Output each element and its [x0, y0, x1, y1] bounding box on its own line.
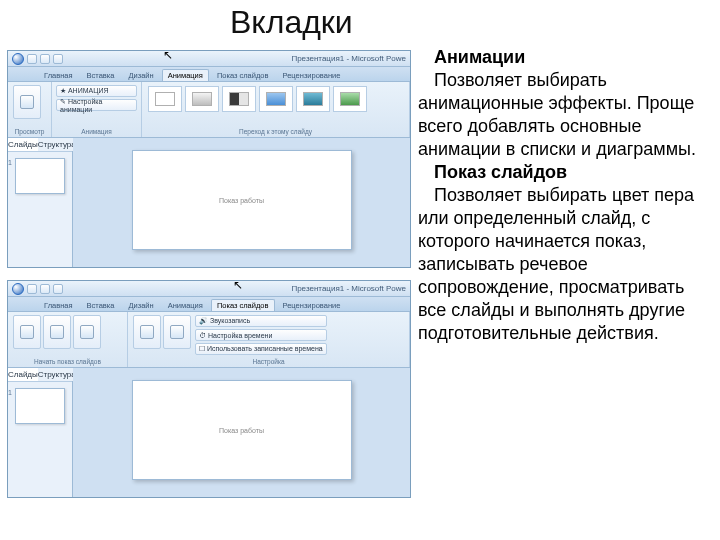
- rehearse-timings-button[interactable]: ⏱ Настройка времени: [195, 329, 327, 341]
- animate-dropdown[interactable]: ★ АНИМАЦИЯ: [56, 85, 137, 97]
- window-titlebar: Презентация1 - Microsoft Powe: [8, 51, 410, 67]
- preview-button[interactable]: [13, 85, 41, 119]
- ribbon-tab[interactable]: Анимация: [162, 299, 209, 311]
- slide-number: 1: [8, 159, 12, 166]
- ribbon-tab[interactable]: Вставка: [81, 69, 121, 81]
- setup-icon: [140, 325, 154, 339]
- slide-editor[interactable]: Показ работы: [73, 138, 410, 267]
- transition-dissolve[interactable]: [222, 86, 256, 112]
- play-icon: [20, 325, 34, 339]
- office-button-icon[interactable]: [12, 53, 24, 65]
- ribbon-group-animation: ★ АНИМАЦИЯ ✎ Настройка анимации Анимация: [52, 82, 142, 137]
- ribbon-tabs[interactable]: ГлавнаяВставкаДизайнАнимацияПоказ слайдо…: [8, 67, 410, 82]
- qat-undo-icon[interactable]: [40, 54, 50, 64]
- transition-green[interactable]: [333, 86, 367, 112]
- group-label: Переход к этому слайду: [146, 128, 405, 135]
- transition-thumb-icon: [303, 92, 323, 106]
- ribbon-group-start-show: Начать показ слайдов: [8, 312, 128, 367]
- custom-show-icon: [80, 325, 94, 339]
- slides-tab[interactable]: Слайды: [8, 138, 38, 151]
- ribbon-tab[interactable]: Главная: [38, 69, 79, 81]
- ribbon-tab[interactable]: Дизайн: [122, 299, 159, 311]
- from-beginning-button[interactable]: [13, 315, 41, 349]
- screenshot-slideshow-tab: Презентация1 - Microsoft Powe ГлавнаяВст…: [7, 280, 411, 498]
- group-label: Просмотр: [12, 128, 47, 135]
- transition-fade-icon: [192, 92, 212, 106]
- ribbon-tab[interactable]: Рецензирование: [277, 299, 347, 311]
- qat-save-icon[interactable]: [27, 284, 37, 294]
- record-narration-button[interactable]: 🔊 Звукозапись: [195, 315, 327, 327]
- slide-thumbnail[interactable]: 1: [15, 388, 65, 424]
- outline-tab[interactable]: Структура: [38, 368, 76, 381]
- group-label: Настройка: [132, 358, 405, 365]
- ribbon-tabs[interactable]: ГлавнаяВставкаДизайнАнимацияПоказ слайдо…: [8, 297, 410, 312]
- ribbon-tab[interactable]: Показ слайдов: [211, 69, 275, 81]
- slide-thumbnail[interactable]: 1: [15, 158, 65, 194]
- ribbon-tab[interactable]: Вставка: [81, 299, 121, 311]
- show-heading: Показ слайдов: [418, 161, 713, 184]
- custom-animation-button[interactable]: ✎ Настройка анимации: [56, 99, 137, 111]
- explanation-text: Анимации Позволяет выбирать анимационные…: [418, 46, 713, 345]
- from-current-button[interactable]: [43, 315, 71, 349]
- slides-pane[interactable]: Слайды Структура 1: [8, 138, 73, 267]
- ribbon-tab[interactable]: Главная: [38, 299, 79, 311]
- ribbon: Просмотр ★ АНИМАЦИЯ ✎ Настройка анимации…: [8, 82, 410, 138]
- slides-tab[interactable]: Слайды: [8, 368, 38, 381]
- transition-none[interactable]: [148, 86, 182, 112]
- outline-tab[interactable]: Структура: [38, 138, 76, 151]
- slide-editor[interactable]: Показ работы: [73, 368, 410, 497]
- slide-placeholder-text: Показ работы: [219, 197, 264, 204]
- ribbon-group-setup: 🔊 Звукозапись ⏱ Настройка времени ☐ Испо…: [128, 312, 410, 367]
- transition-thumb-icon: [266, 92, 286, 106]
- quick-access-toolbar[interactable]: [12, 53, 63, 65]
- slide-canvas[interactable]: Показ работы: [132, 380, 352, 480]
- qat-undo-icon[interactable]: [40, 284, 50, 294]
- group-label: Анимация: [56, 128, 137, 135]
- use-timings-checkbox[interactable]: ☐ Использовать записанные времена: [195, 343, 327, 355]
- work-area: Слайды Структура 1 Показ работы: [8, 138, 410, 267]
- page-title: Вкладки: [230, 4, 353, 41]
- ribbon-tab[interactable]: Дизайн: [122, 69, 159, 81]
- ribbon: Начать показ слайдов 🔊 Звукозапись ⏱ Нас…: [8, 312, 410, 368]
- office-button-icon[interactable]: [12, 283, 24, 295]
- hide-slide-button[interactable]: [163, 315, 191, 349]
- anim-body: Позволяет выбирать анимационные эффекты.…: [418, 69, 713, 161]
- custom-show-button[interactable]: [73, 315, 101, 349]
- slide-canvas[interactable]: Показ работы: [132, 150, 352, 250]
- screenshot-animation-tab: Презентация1 - Microsoft Powe ГлавнаяВст…: [7, 50, 411, 268]
- group-label: Начать показ слайдов: [12, 358, 123, 365]
- slide-number: 1: [8, 389, 12, 396]
- document-title: Презентация1 - Microsoft Powe: [291, 54, 406, 63]
- ribbon-tab[interactable]: Рецензирование: [277, 69, 347, 81]
- hide-slide-icon: [170, 325, 184, 339]
- slide-placeholder-text: Показ работы: [219, 427, 264, 434]
- ribbon-tab[interactable]: Показ слайдов: [211, 299, 275, 311]
- setup-show-button[interactable]: [133, 315, 161, 349]
- show-body: Позволяет выбирать цвет пера или определ…: [418, 184, 713, 345]
- slides-pane[interactable]: Слайды Структура 1: [8, 368, 73, 497]
- transition-blue[interactable]: [259, 86, 293, 112]
- transition-dissolve-icon: [229, 92, 249, 106]
- window-titlebar: Презентация1 - Microsoft Powe: [8, 281, 410, 297]
- ribbon-tab[interactable]: Анимация: [162, 69, 209, 81]
- qat-save-icon[interactable]: [27, 54, 37, 64]
- ribbon-group-transitions: Переход к этому слайду: [142, 82, 410, 137]
- transition-none-icon: [155, 92, 175, 106]
- anim-heading: Анимации: [418, 46, 713, 69]
- transition-gallery[interactable]: [146, 84, 405, 114]
- transition-teal[interactable]: [296, 86, 330, 112]
- transition-thumb-icon: [340, 92, 360, 106]
- transition-fade[interactable]: [185, 86, 219, 112]
- play-current-icon: [50, 325, 64, 339]
- document-title: Презентация1 - Microsoft Powe: [291, 284, 406, 293]
- preview-icon: [20, 95, 34, 109]
- qat-redo-icon[interactable]: [53, 54, 63, 64]
- quick-access-toolbar[interactable]: [12, 283, 63, 295]
- work-area: Слайды Структура 1 Показ работы: [8, 368, 410, 497]
- ribbon-group-preview: Просмотр: [8, 82, 52, 137]
- qat-redo-icon[interactable]: [53, 284, 63, 294]
